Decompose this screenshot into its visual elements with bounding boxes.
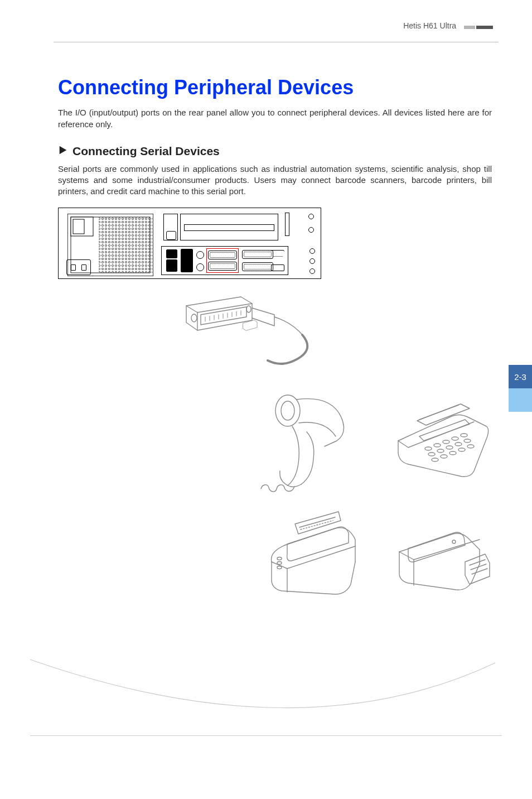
- vent-slot-icon: [285, 213, 289, 236]
- section-heading-row: Connecting Serial Devices: [58, 145, 492, 158]
- svg-point-30: [441, 455, 447, 458]
- lan-port-icon: [165, 249, 177, 272]
- screw-icon: [308, 214, 314, 219]
- screw-icon: [309, 248, 315, 254]
- chevron-right-icon: [58, 145, 68, 157]
- svg-point-21: [443, 440, 449, 444]
- device-row: [58, 393, 492, 496]
- svg-line-40: [470, 560, 485, 565]
- body-paragraph: Serial ports are commonly used in applic…: [58, 163, 492, 198]
- svg-point-19: [425, 447, 432, 450]
- svg-line-42: [472, 569, 487, 574]
- svg-point-31: [449, 451, 456, 455]
- page-tab-accent: [509, 388, 532, 412]
- svg-point-27: [455, 442, 462, 446]
- serial-port-highlight: [206, 248, 239, 273]
- rear-panel-diagram: [58, 208, 321, 279]
- hdmi-port-icon: [271, 250, 284, 257]
- serial-cable-illustration: [175, 296, 492, 370]
- svg-point-36: [277, 557, 282, 560]
- svg-point-20: [434, 444, 441, 447]
- page-number-tab: 2-3: [509, 365, 532, 388]
- svg-point-39: [452, 540, 456, 543]
- dvi-port-icon: [242, 262, 273, 271]
- vga-port-icon: [242, 250, 273, 259]
- power-socket-icon: [66, 259, 91, 275]
- page-number: 2-3: [514, 372, 526, 382]
- svg-point-16: [246, 306, 251, 312]
- svg-rect-3: [99, 217, 152, 273]
- footer-divider: [30, 735, 502, 736]
- drive-bay-icon: [180, 214, 278, 240]
- svg-point-18: [281, 401, 294, 420]
- page-header: Hetis H61 Ultra: [54, 21, 499, 31]
- serial-port-icon: [208, 251, 237, 259]
- io-port-group: [161, 246, 288, 275]
- screw-icon: [308, 227, 314, 233]
- svg-point-17: [275, 395, 300, 426]
- bill-printer-illustration: [262, 511, 365, 597]
- section-title: Connecting Serial Devices: [72, 145, 220, 158]
- svg-point-15: [191, 314, 197, 322]
- expansion-slot-icon: [163, 214, 178, 240]
- screw-icon: [309, 258, 315, 264]
- device-row: [58, 511, 492, 597]
- svg-point-22: [452, 437, 458, 440]
- barcode-scanner-illustration: [253, 393, 359, 496]
- svg-point-29: [432, 458, 438, 461]
- svg-point-24: [428, 453, 435, 456]
- svg-point-25: [437, 449, 444, 453]
- product-name: Hetis H61 Ultra: [403, 21, 456, 30]
- serial-port-icon: [208, 262, 237, 271]
- svg-point-26: [446, 446, 453, 449]
- screw-icon: [309, 268, 315, 274]
- svg-point-23: [461, 434, 467, 437]
- svg-line-41: [471, 564, 486, 570]
- svg-point-38: [277, 566, 282, 569]
- page-title: Connecting Peripheral Devices: [58, 76, 492, 99]
- ps2-port-icon: [196, 263, 204, 271]
- margin-decor-icon: [520, 310, 521, 364]
- svg-rect-4: [71, 217, 93, 236]
- svg-line-34: [299, 517, 335, 527]
- svg-point-28: [464, 439, 471, 442]
- credit-card-machine-illustration: [386, 393, 492, 496]
- intro-paragraph: The I/O (input/output) ports on the rear…: [58, 107, 492, 130]
- ps2-port-icon: [196, 251, 204, 259]
- svg-point-33: [467, 445, 474, 448]
- header-decor-icon: [463, 22, 493, 31]
- displayport-icon: [271, 264, 284, 271]
- svg-point-37: [277, 561, 282, 564]
- footer-curve-icon: [0, 654, 532, 732]
- usb-port-icon: [181, 249, 193, 272]
- margin-decor-icon: [520, 413, 521, 466]
- barcode-printer-illustration: [391, 511, 492, 597]
- svg-point-32: [458, 448, 465, 451]
